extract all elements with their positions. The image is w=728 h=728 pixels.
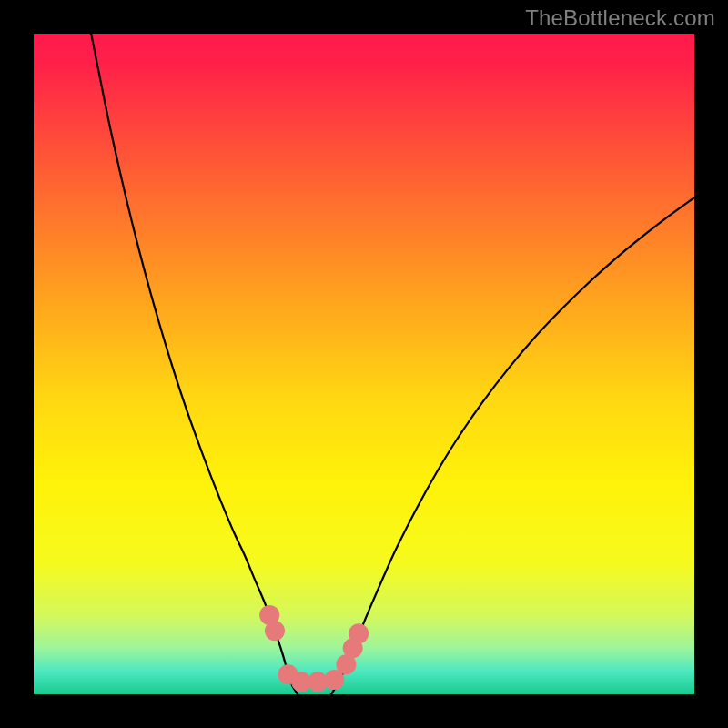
chart-gradient-bg — [34, 34, 694, 694]
data-marker — [349, 623, 369, 643]
watermark-text: TheBottleneck.com — [525, 5, 715, 31]
data-marker — [265, 621, 285, 641]
bottleneck-chart — [0, 0, 728, 728]
chart-frame: TheBottleneck.com — [0, 0, 728, 728]
